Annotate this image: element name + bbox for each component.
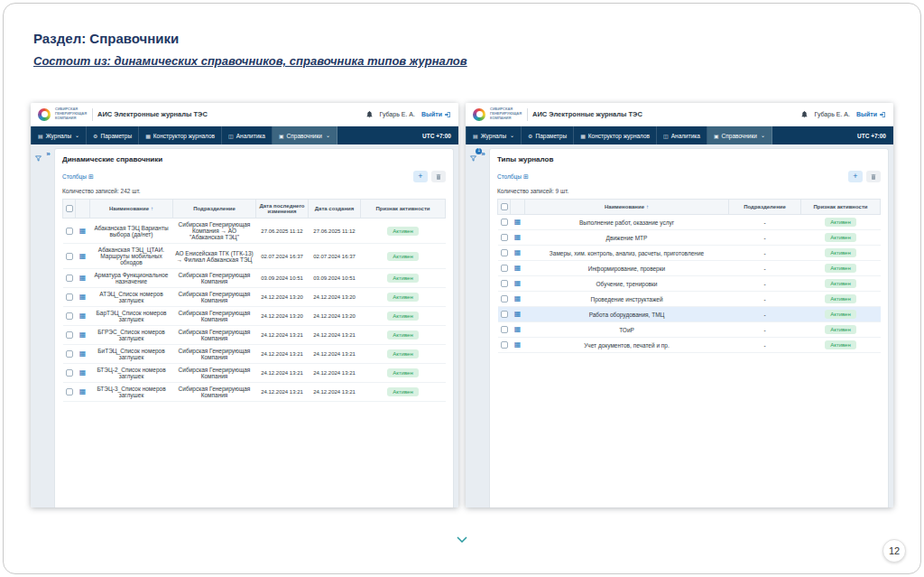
table-row[interactable]: ▦Движение МТР-Активен [498, 230, 881, 246]
notifications-bell-icon[interactable] [800, 110, 808, 118]
user-name[interactable]: Губарь Е. А. [380, 111, 415, 117]
row-checkbox[interactable] [66, 253, 73, 260]
row-checkbox[interactable] [66, 331, 73, 339]
add-record-button[interactable]: + [848, 171, 863, 182]
cell-date-created: 27.06.2025 11:12 [309, 219, 361, 244]
table-row[interactable]: ▦БГРЭС_Список номеров заглушекСибирская … [63, 326, 446, 345]
col-header-changed[interactable]: Дата последнего изменения [256, 200, 309, 219]
notifications-bell-icon[interactable] [365, 110, 374, 118]
journal-constructor-icon: ▦ [145, 133, 151, 139]
nav-item-label: Параметры [535, 133, 567, 139]
logout-button[interactable]: Выйти [421, 111, 451, 118]
col-header-unit[interactable]: Подразделение [729, 200, 801, 215]
row-checkbox[interactable] [66, 312, 73, 320]
table-header-row: Наименование↑ Подразделение Дата последн… [63, 200, 446, 219]
row-checkbox[interactable] [66, 350, 73, 358]
col-header-name[interactable]: Наименование↑ [525, 200, 729, 215]
nav-item-journal-constructor[interactable]: ▦Конструктор журналов [574, 126, 657, 144]
cell-name: Движение МТР [525, 230, 729, 246]
columns-button[interactable]: Столбцы⊞ [497, 173, 529, 181]
table-row[interactable]: ▦БТЭЦ-2_Список номеров заглушекСибирская… [63, 364, 446, 383]
columns-button[interactable]: Столбцы⊞ [62, 173, 94, 181]
table-row[interactable]: ▦Информирование, проверки-Активен [498, 261, 881, 276]
nav-item-journals[interactable]: ▤Журналы⌄ [31, 126, 87, 144]
cell-unit: Сибирская Генерирующая Компания [173, 326, 256, 345]
table-row[interactable]: ▦Учет документов, печатей и пр.-Активен [498, 338, 881, 353]
status-badge: Активен [825, 325, 856, 334]
record-table-icon: ▦ [514, 264, 522, 272]
row-checkbox[interactable] [501, 219, 508, 226]
row-checkbox[interactable] [66, 369, 73, 377]
row-checkbox[interactable] [501, 326, 508, 333]
cell-unit: - [729, 230, 801, 246]
row-checkbox[interactable] [501, 280, 508, 287]
table-row[interactable]: ▦Абаканская ТЭЦ Варианты выбора (да/нет)… [63, 219, 446, 244]
cell-name: БГРЭС_Список номеров заглушек [90, 326, 173, 345]
nav-item-directories[interactable]: ▣Справочники⌄ [273, 126, 337, 144]
row-checkbox[interactable] [501, 341, 508, 349]
delete-record-button[interactable] [431, 171, 446, 182]
cell-name: Проведение инструктажей [525, 292, 729, 307]
cell-date-created: 02.07.2024 16:37 [309, 244, 361, 269]
table-row[interactable]: ▦Замеры, хим. контроль, анализ, расчеты,… [498, 246, 881, 261]
status-badge: Активен [825, 279, 856, 288]
cell-name: БарТЭЦ_Список номеров заглушек [90, 307, 173, 326]
user-name[interactable]: Губарь Е. А. [815, 111, 850, 117]
row-checkbox[interactable] [501, 234, 508, 241]
table-row[interactable]: ▦Арматура Функциональное назначениеСибир… [63, 269, 446, 288]
table-row[interactable]: ▦Обучение, тренировки-Активен [498, 276, 881, 292]
row-checkbox[interactable] [501, 311, 508, 318]
nav-item-label: Конструктор журналов [153, 133, 215, 139]
col-header-status[interactable]: Признак активности [801, 200, 881, 215]
filter-icon[interactable] [34, 150, 42, 165]
nav-item-parameters[interactable]: ⚙Параметры [522, 126, 574, 144]
row-checkbox[interactable] [66, 293, 73, 301]
record-table-icon: ▦ [514, 294, 522, 302]
nav-item-journal-constructor[interactable]: ▦Конструктор журналов [139, 126, 222, 144]
row-checkbox[interactable] [66, 275, 73, 282]
nav-item-directories[interactable]: ▣Справочники⌄ [707, 126, 772, 144]
logout-button[interactable]: Выйти [856, 111, 886, 118]
col-header-name[interactable]: Наименование↑ [90, 200, 173, 219]
status-badge: Активен [387, 227, 419, 236]
row-checkbox[interactable] [501, 295, 508, 302]
add-record-button[interactable]: + [413, 171, 428, 182]
delete-record-button[interactable] [866, 171, 881, 182]
col-header-unit[interactable]: Подразделение [173, 200, 256, 219]
cell-date-changed: 03.09.2024 10:51 [256, 269, 309, 288]
header-icon-cell [76, 200, 90, 219]
table-row[interactable]: ▦БТЭЦ-3_Список номеров заглушекСибирская… [63, 383, 446, 402]
app-title: АИС Электронные журналы ТЭС [97, 110, 208, 118]
row-checkbox[interactable] [66, 228, 73, 235]
company-logo-text: Сибирская генерирующая компания [490, 107, 522, 120]
col-header-status[interactable]: Признак активности [361, 200, 446, 219]
select-all-checkbox[interactable] [66, 205, 73, 212]
table-row[interactable]: ▦Работа оборудования, ТМЦ-Активен [498, 307, 881, 322]
select-all-checkbox[interactable] [501, 203, 508, 210]
nav-item-parameters[interactable]: ⚙Параметры [87, 126, 139, 144]
expand-panel-icon[interactable]: » [46, 151, 50, 158]
cell-unit: - [729, 261, 801, 276]
table-row[interactable]: ▦Абаканская ТЭЦ_ЦТАИ. Маршруты мобильных… [63, 244, 446, 269]
app-topbar: Сибирская генерирующая компания АИС Элек… [31, 103, 458, 126]
sort-asc-icon: ↑ [646, 204, 649, 209]
table-row[interactable]: ▦БарТЭЦ_Список номеров заглушекСибирская… [63, 307, 446, 326]
table-row[interactable]: ▦БиТЭЦ_Список номеров заглушекСибирская … [63, 345, 446, 364]
status-badge: Активен [825, 340, 856, 349]
header-icon-cell [511, 200, 525, 215]
table-row[interactable]: ▦Проведение инструктажей-Активен [498, 292, 881, 307]
chevron-down-icon: ⌄ [761, 132, 765, 138]
nav-item-journals[interactable]: ▤Журналы⌄ [466, 126, 522, 144]
table-row[interactable]: ▦ТОиР-Активен [498, 322, 881, 338]
row-checkbox[interactable] [501, 249, 508, 256]
status-badge: Активен [387, 349, 419, 358]
nav-item-analytics[interactable]: ◫Аналитика [657, 126, 707, 144]
table-row[interactable]: ▦АТЭЦ_Список номеров заглушекСибирская Г… [63, 288, 446, 307]
status-badge: Активен [387, 368, 419, 377]
row-checkbox[interactable] [501, 265, 508, 272]
table-row[interactable]: ▦Выполнение работ, оказание услуг-Активе… [498, 215, 881, 230]
row-checkbox[interactable] [66, 388, 73, 396]
nav-item-analytics[interactable]: ◫Аналитика [222, 126, 273, 144]
main-nav: ▤Журналы⌄⚙Параметры▦Конструктор журналов… [31, 126, 458, 144]
col-header-created[interactable]: Дата создания [309, 200, 361, 219]
